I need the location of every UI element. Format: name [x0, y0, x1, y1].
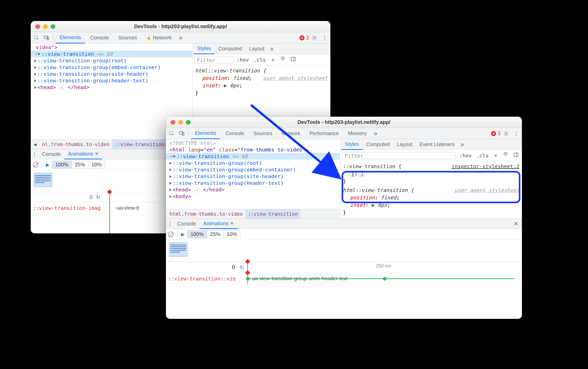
drawer-tab-console[interactable]: Console — [174, 219, 200, 229]
titlebar[interactable]: DevTools - http203-playlist.netlify.app/ — [166, 117, 522, 128]
drawer-tab-animations[interactable]: Animations✕ — [200, 219, 237, 229]
dom-node-html[interactable]: <html lang="en" class="from-thumbs to-vi… — [166, 146, 340, 153]
cls-button[interactable]: .cls — [253, 56, 267, 63]
dom-node-vt-group-header[interactable]: ::view-transition-group(header-text) — [166, 180, 340, 186]
dom-node-view-transition[interactable]: ⋯ ::view-transition == $0 — [31, 51, 192, 57]
plus-icon[interactable]: ＋ — [492, 151, 499, 159]
inspect-icon[interactable] — [167, 129, 176, 138]
play-icon[interactable]: ▶ — [181, 232, 185, 237]
play-icon[interactable]: ▶ — [46, 162, 49, 168]
tab-console[interactable]: Console — [221, 128, 248, 139]
device-icon[interactable] — [177, 129, 186, 138]
crumb-html[interactable]: html.from-thumbs.to-video — [166, 209, 245, 219]
tabs-overflow-icon[interactable]: » — [177, 34, 184, 42]
subtab-computed[interactable]: Computed — [215, 44, 245, 54]
tab-memory[interactable]: Memory — [344, 128, 371, 139]
traffic-light-minimize[interactable] — [178, 120, 183, 125]
device-icon[interactable] — [42, 33, 51, 42]
subtab-styles[interactable]: Styles — [194, 44, 215, 54]
crumb-html[interactable]: nl.from-thumbs.to-video — [39, 139, 112, 149]
subtabs-overflow-icon[interactable]: » — [458, 140, 466, 148]
menu-icon[interactable]: ⋮ — [512, 129, 521, 138]
dom-node-vt-group-embed[interactable]: ::view-transition-group(embed-container) — [166, 166, 340, 173]
plus-icon[interactable]: ＋ — [269, 56, 277, 64]
dom-node-body[interactable]: <body> — [166, 193, 340, 200]
dom-node-vt-group-embed[interactable]: ::view-transition-group(embed-container) — [31, 64, 192, 71]
tab-console[interactable]: Console — [86, 32, 113, 44]
tab-performance[interactable]: Performance — [306, 128, 343, 139]
hov-button[interactable]: :hov — [236, 56, 250, 63]
traffic-light-close[interactable] — [171, 120, 175, 125]
drawer-tab-console[interactable]: Console — [38, 149, 64, 159]
error-badge[interactable]: ✕ 3 — [491, 131, 500, 136]
refresh-icon[interactable]: ↻ — [240, 264, 244, 270]
traffic-light-zoom[interactable] — [51, 24, 55, 29]
dom-node-vt-group-root[interactable]: ::view-transition-group(root) — [31, 57, 192, 64]
clear-icon[interactable] — [168, 232, 174, 237]
subtab-computed[interactable]: Computed — [363, 139, 393, 150]
tab-elements[interactable]: Elements — [56, 32, 85, 44]
dom-node-head[interactable]: <head> ⋯ </head> — [31, 84, 192, 91]
dom-node-vt-group-site[interactable]: ::view-transition-group(site-header) — [31, 71, 192, 77]
animation-thumb[interactable] — [34, 173, 52, 187]
tab-elements[interactable]: Elements — [191, 128, 220, 139]
refresh-icon[interactable]: ↻ — [96, 194, 100, 200]
dom-node-vt-group-root[interactable]: ::view-transition-group(root) — [166, 160, 340, 166]
dom-node-view-transition[interactable]: ⋯ ::view-transition == $0 — [166, 153, 340, 160]
styles-filter-input[interactable]: Filter — [195, 56, 233, 63]
brush-icon[interactable] — [279, 56, 287, 64]
brush-icon[interactable] — [502, 151, 510, 159]
subtab-layout[interactable]: Layout — [393, 139, 416, 150]
settings-icon[interactable] — [501, 129, 511, 138]
animation-row[interactable]: ::view-transition::vie -ua-view-transiti… — [166, 273, 522, 284]
inspect-icon[interactable] — [32, 33, 41, 42]
speed-25[interactable]: 25% — [72, 161, 88, 168]
drawer-close-icon[interactable]: ✕ — [514, 221, 522, 227]
animation-thumb[interactable] — [169, 242, 187, 257]
tab-sources[interactable]: Sources — [114, 32, 141, 44]
dom-tree[interactable]: <!DOCTYPE html> <html lang="en" class="f… — [166, 139, 340, 209]
drawer-menu-icon[interactable]: ⋮ — [31, 151, 38, 158]
speed-25[interactable]: 25% — [207, 231, 224, 238]
cls-button[interactable]: .cls — [475, 152, 490, 159]
settings-icon[interactable] — [310, 33, 319, 42]
subtabs-overflow-icon[interactable]: » — [268, 45, 276, 53]
main-tabs: Elements Console Sources Network Perform… — [166, 128, 522, 139]
panel-toggle-icon[interactable] — [512, 151, 520, 159]
styles-rules[interactable]: html::view-transition {user agent styles… — [193, 66, 330, 98]
traffic-light-minimize[interactable] — [43, 24, 48, 29]
subtab-styles[interactable]: Styles — [341, 139, 362, 150]
new-property-input[interactable]: |: ; — [350, 170, 365, 177]
menu-icon[interactable]: ⋮ — [320, 33, 329, 42]
breadcrumb-prev-icon[interactable]: ◀ — [31, 142, 39, 147]
drawer-menu-icon[interactable]: ⋮ — [166, 221, 174, 227]
dom-node-head[interactable]: <head> ⋯ </head> — [166, 186, 340, 193]
styles-rules[interactable]: ::view-transition {inspector-stylesheet:… — [340, 161, 522, 218]
dom-node-vt-group-site[interactable]: ::view-transition-group(site-header) — [166, 173, 340, 180]
drawer-tab-animations[interactable]: Animations✕ — [64, 149, 102, 159]
speed-10[interactable]: 10% — [224, 231, 240, 238]
styles-filter-input[interactable]: Filter — [342, 152, 456, 159]
speed-100[interactable]: 100% — [187, 231, 207, 238]
clear-icon[interactable] — [33, 162, 38, 168]
titlebar[interactable]: DevTools - http203-playlist.netlify.app/ — [31, 21, 330, 32]
dom-node-vt-group-header[interactable]: ::view-transition-group(header-text) — [31, 77, 192, 84]
tab-network[interactable]: ▲ Network — [142, 32, 176, 44]
crumb-vt[interactable]: ::view-transition — [245, 209, 300, 219]
tab-sources[interactable]: Sources — [249, 128, 276, 139]
stylesheet-link[interactable]: inspector-stylesheet:2 — [452, 163, 519, 170]
hov-button[interactable]: :hov — [458, 152, 473, 159]
close-icon[interactable]: ✕ — [230, 221, 234, 226]
speed-100[interactable]: 100% — [52, 161, 72, 168]
crumb-vt[interactable]: ::view-transition — [112, 139, 167, 149]
panel-toggle-icon[interactable] — [289, 56, 297, 64]
error-badge[interactable]: ✕ 3 — [299, 35, 309, 41]
traffic-light-close[interactable] — [35, 24, 40, 29]
close-icon[interactable]: ✕ — [95, 151, 99, 157]
subtab-event-listeners[interactable]: Event Listeners — [416, 139, 458, 150]
tabs-overflow-icon[interactable]: » — [372, 129, 379, 137]
tab-network[interactable]: Network — [277, 128, 304, 139]
speed-10[interactable]: 10% — [88, 161, 105, 168]
subtab-layout[interactable]: Layout — [246, 44, 268, 54]
traffic-light-zoom[interactable] — [186, 120, 191, 125]
